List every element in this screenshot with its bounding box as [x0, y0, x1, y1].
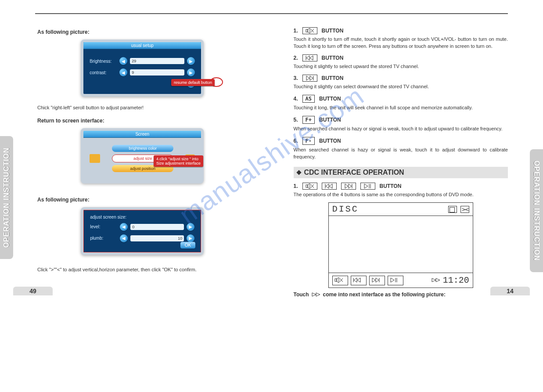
- diamond-icon: [296, 170, 301, 175]
- fminus-icon: F-: [302, 137, 315, 145]
- left-text2: Click ">""<" to adjust vertical,horizon …: [37, 266, 250, 273]
- plumb-right-arrow[interactable]: ▶: [187, 234, 194, 242]
- plumb-slider[interactable]: 10: [130, 235, 184, 241]
- btn-desc-3: Touching it slightly can select downward…: [294, 83, 508, 90]
- usual-setup-panel: usual setup Brightness: ◀ 29 ▶ contrast:…: [81, 40, 204, 97]
- cdc-desc: The operations of the 4 buttons is same …: [294, 191, 508, 198]
- fast-forward-icon: [432, 278, 441, 283]
- ok-button[interactable]: OK: [180, 242, 195, 248]
- side-tab-right: OPERATION INSTRUCTION: [530, 149, 543, 272]
- as-icon: AS: [302, 95, 315, 103]
- cdc-play-icon: [360, 183, 375, 190]
- panel2-title: Screen: [83, 131, 201, 138]
- left-h1: As following picture:: [37, 29, 250, 35]
- btn-desc-2: Touching it slightly to select upward th…: [294, 63, 508, 70]
- plumb-left-arrow[interactable]: ◀: [120, 234, 128, 242]
- top-rule: [35, 13, 508, 14]
- btn-item-6: 6. F- BUTTON: [294, 137, 508, 145]
- contrast-left-arrow[interactable]: ◀: [119, 68, 127, 76]
- btn-item-4: 4. AS BUTTON: [294, 95, 508, 103]
- next-icon: [302, 75, 317, 82]
- level-slider[interactable]: 0: [130, 224, 184, 230]
- disc-close-icon[interactable]: [460, 206, 469, 213]
- fplus-icon: F+: [302, 116, 315, 124]
- btn-item-1: 1. BUTTON: [294, 27, 508, 34]
- left-h3: As following picture:: [37, 197, 250, 203]
- panel3-heading: adjust screen size:: [90, 215, 194, 219]
- level-right-arrow[interactable]: ▶: [187, 223, 194, 231]
- section-cdc: CDC INTERFACE OPERATION: [294, 167, 508, 178]
- left-page: As following picture: usual setup Bright…: [35, 23, 250, 298]
- callout-resume-default: resume default button: [171, 79, 215, 86]
- adjust-size-panel: adjust screen size: level: ◀ 0 ▶ plumb: …: [81, 207, 204, 255]
- btn-desc-1: Touch it shortly to turn off mute, touch…: [294, 36, 508, 50]
- cdc-next-icon: [341, 183, 356, 190]
- mute-icon: [302, 27, 317, 34]
- brightness-slider[interactable]: 29: [130, 58, 184, 64]
- callout-adjust-size: 4.click "adjust size " into Size adjustm…: [154, 155, 203, 167]
- folder-icon: [90, 154, 100, 163]
- plumb-label: plumb:: [90, 236, 117, 241]
- btn-item-5: 5. F+ BUTTON: [294, 116, 508, 124]
- btn-desc-4: Touching it long, the unit will seek cha…: [294, 104, 508, 111]
- touch-next-line: Touch come into next interface as the fo…: [294, 291, 508, 298]
- level-label: level:: [90, 224, 117, 229]
- left-h2: Return to screen interface:: [37, 118, 250, 124]
- disc-time: 11:20: [443, 275, 469, 285]
- side-tab-left: OPERATION INSTRUCTION: [0, 136, 13, 259]
- disc-play-button[interactable]: [388, 276, 403, 285]
- contrast-label: contrast:: [90, 70, 117, 75]
- disc-mute-button[interactable]: [332, 276, 348, 285]
- menu-brightness-color[interactable]: brightness color: [112, 145, 173, 152]
- cdc-prev-icon: [322, 183, 337, 190]
- disc-window-icon[interactable]: [448, 206, 457, 213]
- disc-content-area: [329, 216, 473, 273]
- btn-item-3: 3. BUTTON: [294, 75, 508, 82]
- brightness-right-arrow[interactable]: ▶: [187, 57, 195, 65]
- ff-inline-icon: [312, 292, 320, 297]
- page-number-right: 14: [490, 287, 530, 295]
- disc-next-button[interactable]: [369, 276, 385, 285]
- disc-title: DISC: [332, 204, 359, 214]
- cdc-item-1: 1. BUTTON: [294, 183, 508, 190]
- page-number-left: 49: [13, 287, 53, 295]
- right-page: 1. BUTTON Touch it shortly to turn off m…: [294, 23, 508, 298]
- btn-item-2: 2. BUTTON: [294, 54, 508, 61]
- contrast-slider[interactable]: 9: [130, 69, 184, 76]
- disc-prev-button[interactable]: [351, 276, 367, 285]
- level-left-arrow[interactable]: ◀: [120, 223, 128, 231]
- btn-desc-5: When searched channel is hazy or signal …: [294, 126, 508, 133]
- brightness-left-arrow[interactable]: ◀: [119, 57, 127, 65]
- disc-interface: DISC 11:20: [328, 202, 473, 288]
- brightness-label: Brightness:: [90, 59, 117, 64]
- cdc-mute-icon: [302, 183, 317, 190]
- panel1-title: usual setup: [83, 42, 201, 49]
- prev-icon: [302, 54, 317, 61]
- left-text1: Chick "right-left" seroll button to adju…: [37, 104, 250, 111]
- btn-desc-6: When searched channel is hazy or signal …: [294, 147, 508, 161]
- contrast-right-arrow[interactable]: ▶: [187, 68, 195, 76]
